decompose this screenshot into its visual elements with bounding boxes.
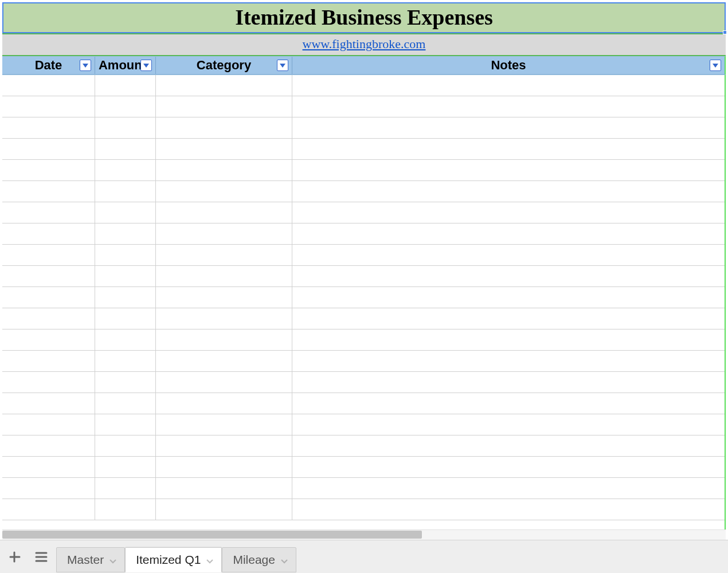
title-cell[interactable]: Itemized Business Expenses bbox=[2, 2, 726, 33]
sheet-tab-master[interactable]: Master bbox=[56, 547, 125, 572]
cell-date[interactable] bbox=[2, 223, 95, 244]
data-grid[interactable] bbox=[2, 75, 726, 529]
cell-amount[interactable] bbox=[95, 457, 156, 477]
table-row[interactable] bbox=[2, 245, 725, 266]
table-row[interactable] bbox=[2, 287, 725, 308]
cell-notes[interactable] bbox=[292, 308, 725, 329]
cell-cat[interactable] bbox=[156, 266, 292, 286]
cell-cat[interactable] bbox=[156, 181, 292, 202]
table-row[interactable] bbox=[2, 266, 725, 287]
cell-notes[interactable] bbox=[292, 457, 725, 477]
chevron-down-icon[interactable] bbox=[206, 553, 213, 567]
cell-cat[interactable] bbox=[156, 139, 292, 159]
cell-amount[interactable] bbox=[95, 329, 156, 350]
cell-notes[interactable] bbox=[292, 181, 725, 202]
cell-amount[interactable] bbox=[95, 414, 156, 435]
cell-notes[interactable] bbox=[292, 499, 725, 520]
table-row[interactable] bbox=[2, 393, 725, 414]
cell-amount[interactable] bbox=[95, 202, 156, 223]
cell-date[interactable] bbox=[2, 478, 95, 499]
cell-date[interactable] bbox=[2, 457, 95, 477]
cell-date[interactable] bbox=[2, 266, 95, 286]
cell-cat[interactable] bbox=[156, 457, 292, 477]
filter-amount-button[interactable] bbox=[140, 60, 152, 71]
cell-cat[interactable] bbox=[156, 245, 292, 265]
cell-amount[interactable] bbox=[95, 478, 156, 499]
cell-notes[interactable] bbox=[292, 160, 725, 180]
cell-amount[interactable] bbox=[95, 117, 156, 138]
cell-amount[interactable] bbox=[95, 287, 156, 308]
cell-cat[interactable] bbox=[156, 160, 292, 180]
table-row[interactable] bbox=[2, 329, 725, 351]
cell-notes[interactable] bbox=[292, 435, 725, 456]
cell-amount[interactable] bbox=[95, 372, 156, 393]
header-category[interactable]: Category bbox=[156, 57, 292, 74]
cell-date[interactable] bbox=[2, 75, 95, 96]
cell-notes[interactable] bbox=[292, 351, 725, 371]
cell-cat[interactable] bbox=[156, 202, 292, 223]
horizontal-scrollbar[interactable] bbox=[2, 529, 726, 540]
table-row[interactable] bbox=[2, 435, 725, 457]
cell-date[interactable] bbox=[2, 96, 95, 117]
cell-cat[interactable] bbox=[156, 96, 292, 117]
all-sheets-button[interactable] bbox=[30, 544, 53, 570]
cell-amount[interactable] bbox=[95, 435, 156, 456]
cell-cat[interactable] bbox=[156, 414, 292, 435]
cell-date[interactable] bbox=[2, 117, 95, 138]
cell-notes[interactable] bbox=[292, 414, 725, 435]
cell-date[interactable] bbox=[2, 351, 95, 371]
cell-notes[interactable] bbox=[292, 478, 725, 499]
cell-amount[interactable] bbox=[95, 160, 156, 180]
cell-amount[interactable] bbox=[95, 181, 156, 202]
cell-amount[interactable] bbox=[95, 245, 156, 265]
cell-date[interactable] bbox=[2, 329, 95, 350]
cell-notes[interactable] bbox=[292, 266, 725, 286]
table-row[interactable] bbox=[2, 223, 725, 245]
table-row[interactable] bbox=[2, 75, 725, 96]
cell-notes[interactable] bbox=[292, 329, 725, 350]
table-row[interactable] bbox=[2, 202, 725, 223]
cell-amount[interactable] bbox=[95, 266, 156, 286]
table-row[interactable] bbox=[2, 139, 725, 160]
cell-cat[interactable] bbox=[156, 329, 292, 350]
table-row[interactable] bbox=[2, 351, 725, 372]
cell-date[interactable] bbox=[2, 414, 95, 435]
cell-cat[interactable] bbox=[156, 478, 292, 499]
cell-date[interactable] bbox=[2, 372, 95, 393]
cell-cat[interactable] bbox=[156, 117, 292, 138]
cell-date[interactable] bbox=[2, 139, 95, 159]
table-row[interactable] bbox=[2, 372, 725, 393]
cell-amount[interactable] bbox=[95, 96, 156, 117]
cell-notes[interactable] bbox=[292, 223, 725, 244]
header-notes[interactable]: Notes bbox=[292, 57, 725, 74]
cell-cat[interactable] bbox=[156, 393, 292, 414]
scrollbar-thumb[interactable] bbox=[2, 531, 422, 539]
cell-amount[interactable] bbox=[95, 393, 156, 414]
table-row[interactable] bbox=[2, 96, 725, 117]
cell-cat[interactable] bbox=[156, 372, 292, 393]
chevron-down-icon[interactable] bbox=[109, 553, 116, 567]
header-amount[interactable]: Amount bbox=[95, 57, 156, 74]
cell-date[interactable] bbox=[2, 181, 95, 202]
cell-notes[interactable] bbox=[292, 117, 725, 138]
cell-date[interactable] bbox=[2, 499, 95, 520]
cell-notes[interactable] bbox=[292, 393, 725, 414]
cell-date[interactable] bbox=[2, 308, 95, 329]
cell-notes[interactable] bbox=[292, 202, 725, 223]
filter-date-button[interactable] bbox=[80, 60, 91, 71]
cell-notes[interactable] bbox=[292, 75, 725, 96]
cell-amount[interactable] bbox=[95, 223, 156, 244]
sheet-tab-mileage[interactable]: Mileage bbox=[222, 547, 296, 572]
cell-date[interactable] bbox=[2, 160, 95, 180]
source-link[interactable]: www.fightingbroke.com bbox=[303, 37, 426, 51]
cell-cat[interactable] bbox=[156, 75, 292, 96]
cell-date[interactable] bbox=[2, 245, 95, 265]
table-row[interactable] bbox=[2, 308, 725, 329]
cell-amount[interactable] bbox=[95, 499, 156, 520]
cell-notes[interactable] bbox=[292, 245, 725, 265]
cell-cat[interactable] bbox=[156, 223, 292, 244]
add-sheet-button[interactable] bbox=[3, 544, 26, 570]
chevron-down-icon[interactable] bbox=[281, 553, 288, 567]
cell-date[interactable] bbox=[2, 435, 95, 456]
cell-amount[interactable] bbox=[95, 351, 156, 371]
